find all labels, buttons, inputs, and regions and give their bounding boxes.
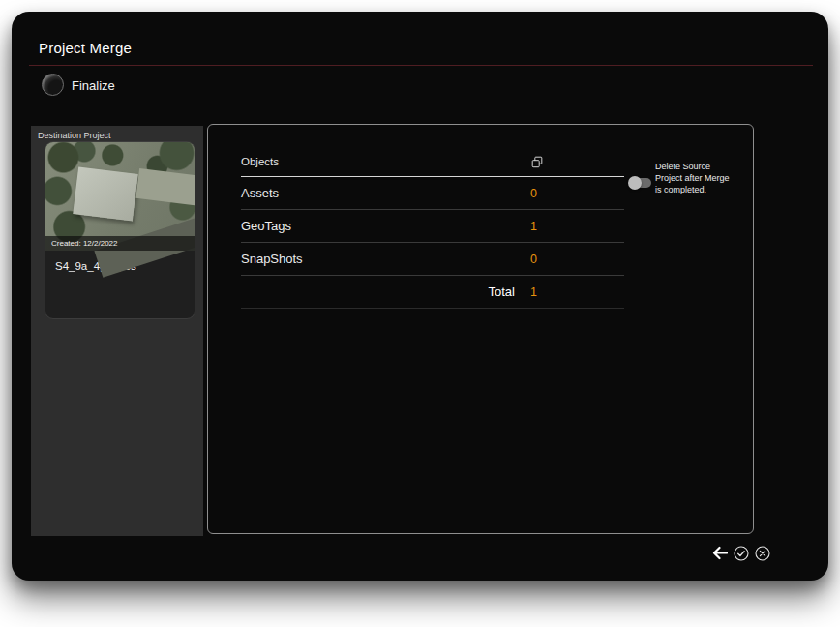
title-divider xyxy=(29,65,813,66)
total-label: Total xyxy=(241,284,530,299)
objects-table: Objects Assets 0 GeoTags 1 xyxy=(241,146,624,309)
check-circle-icon[interactable] xyxy=(733,545,749,561)
row-label: GeoTags xyxy=(241,219,530,233)
table-header-row: Objects xyxy=(241,146,624,177)
project-merge-dialog: Project Merge Finalize Destination Proje… xyxy=(12,12,828,581)
objects-header-label: Objects xyxy=(241,156,530,167)
table-row-geotags: GeoTags 1 xyxy=(241,210,624,243)
table-row-snapshots: SnapShots 0 xyxy=(241,243,624,276)
total-value: 1 xyxy=(530,285,624,299)
finalize-step-icon xyxy=(42,74,64,96)
toggle-knob xyxy=(628,176,642,190)
project-thumbnail: Created: 12/2/2022 xyxy=(45,142,195,251)
thumbnail-parking-lot-shape xyxy=(136,168,195,206)
delete-source-toggle-label: Delete Source Project after Merge is com… xyxy=(655,161,733,195)
row-value: 0 xyxy=(530,253,624,266)
table-total-row: Total 1 xyxy=(241,276,624,309)
footer-actions xyxy=(711,545,770,561)
destination-project-card: Created: 12/2/2022 S4_9a_4g_2p6s xyxy=(45,141,195,319)
row-value: 0 xyxy=(530,187,624,200)
finalize-step-label: Finalize xyxy=(72,78,115,93)
close-circle-icon[interactable] xyxy=(754,545,770,561)
dialog-title: Project Merge xyxy=(39,40,132,56)
row-label: SnapShots xyxy=(241,252,530,266)
delete-source-toggle[interactable] xyxy=(630,178,651,188)
row-label: Assets xyxy=(241,186,530,200)
destination-project-panel: Destination Project Created: 12/2/2022 S… xyxy=(31,126,203,536)
table-row-assets: Assets 0 xyxy=(241,177,624,210)
back-arrow-icon[interactable] xyxy=(711,545,728,561)
objects-count-icon xyxy=(530,155,544,168)
row-value: 1 xyxy=(530,220,624,233)
project-created-date: Created: 12/2/2022 xyxy=(45,236,195,251)
destination-project-label: Destination Project xyxy=(31,126,203,140)
thumbnail-building-shape xyxy=(73,167,137,222)
